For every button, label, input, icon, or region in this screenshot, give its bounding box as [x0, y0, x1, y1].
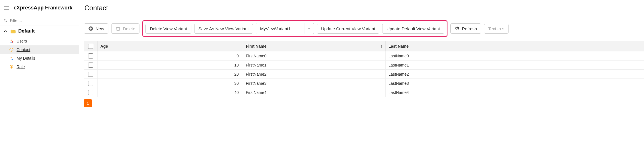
- role-icon: [9, 65, 14, 69]
- data-grid: Age First Name ↑ Last Name 0FirstName0La…: [84, 41, 644, 97]
- new-button-label: New: [96, 26, 104, 31]
- table-row[interactable]: 20FirstName2LastName2: [84, 70, 644, 79]
- app-brand: eXpressApp Framework: [14, 5, 72, 11]
- chevron-up-icon: [3, 29, 7, 33]
- pager: 1: [84, 99, 644, 107]
- main-area: New Delete Delete View Variant Save As N…: [79, 16, 644, 149]
- row-checkbox[interactable]: [84, 51, 98, 60]
- row-checkbox[interactable]: [84, 61, 98, 69]
- delete-button[interactable]: Delete: [111, 23, 139, 34]
- cell-last-name: LastName1: [386, 61, 644, 69]
- cell-first-name: FirstName3: [243, 79, 386, 88]
- sidebar-group-label: Default: [18, 28, 35, 34]
- svg-point-8: [10, 65, 13, 69]
- sidebar: Default Users ? Contact My Details Role: [0, 16, 79, 149]
- cell-first-name: FirstName2: [243, 70, 386, 78]
- column-header-last-name[interactable]: Last Name: [386, 41, 644, 51]
- save-as-new-view-variant-button[interactable]: Save As New View Variant: [194, 24, 253, 34]
- sidebar-group-default[interactable]: Default: [0, 25, 79, 37]
- sidebar-item-contact[interactable]: ? Contact: [0, 45, 79, 54]
- person-icon: [9, 56, 14, 61]
- text-search-input[interactable]: Text to s: [484, 24, 509, 34]
- trash-icon: [116, 26, 121, 31]
- contact-icon: ?: [9, 47, 14, 52]
- plus-circle-icon: [88, 26, 93, 31]
- sidebar-item-label: Contact: [17, 47, 30, 52]
- cell-age: 20: [98, 70, 243, 78]
- new-button[interactable]: New: [84, 23, 108, 34]
- column-header-first-name[interactable]: First Name ↑: [243, 41, 386, 51]
- person-icon: [9, 39, 14, 43]
- sidebar-item-users[interactable]: Users: [0, 37, 79, 45]
- delete-view-variant-button[interactable]: Delete View Variant: [145, 24, 191, 34]
- table-row[interactable]: 10FirstName1LastName1: [84, 61, 644, 70]
- search-icon: [3, 18, 8, 23]
- svg-point-2: [11, 40, 12, 41]
- row-checkbox[interactable]: [84, 79, 98, 88]
- cell-last-name: LastName4: [386, 88, 644, 97]
- refresh-button[interactable]: Refresh: [450, 23, 481, 34]
- cell-age: 10: [98, 61, 243, 69]
- folder-icon: [10, 29, 15, 33]
- delete-button-label: Delete: [123, 26, 135, 31]
- row-checkbox[interactable]: [84, 70, 98, 78]
- svg-text:?: ?: [11, 49, 12, 51]
- topbar: eXpressApp Framework Contact: [0, 0, 644, 16]
- view-variant-toolbar-highlight: Delete View Variant Save As New View Var…: [142, 20, 447, 37]
- cell-age: 30: [98, 79, 243, 88]
- toolbar: New Delete Delete View Variant Save As N…: [84, 20, 644, 37]
- svg-point-3: [12, 41, 13, 43]
- sidebar-item-role[interactable]: Role: [0, 63, 79, 71]
- table-row[interactable]: 30FirstName3LastName3: [84, 79, 644, 88]
- view-variant-selected: MyViewVariant1: [256, 23, 305, 34]
- chevron-down-icon[interactable]: [305, 23, 314, 34]
- svg-point-0: [4, 19, 6, 21]
- table-row[interactable]: 40FirstName4LastName4: [84, 88, 644, 97]
- update-default-view-variant-button[interactable]: Update Default View Variant: [382, 24, 444, 34]
- sidebar-item-label: My Details: [17, 56, 35, 61]
- sidebar-filter-input[interactable]: [10, 18, 76, 23]
- sidebar-item-my-details[interactable]: My Details: [0, 54, 79, 63]
- svg-point-7: [12, 59, 13, 60]
- cell-last-name: LastName2: [386, 70, 644, 78]
- menu-icon[interactable]: [0, 5, 10, 11]
- grid-header-row: Age First Name ↑ Last Name: [84, 41, 644, 51]
- view-variant-select[interactable]: MyViewVariant1: [256, 23, 314, 34]
- cell-last-name: LastName0: [386, 51, 644, 60]
- sidebar-filter[interactable]: [0, 16, 79, 25]
- cell-last-name: LastName3: [386, 79, 644, 88]
- refresh-button-label: Refresh: [462, 26, 477, 31]
- update-current-view-variant-button[interactable]: Update Current View Variant: [317, 24, 380, 34]
- sidebar-item-label: Users: [17, 39, 27, 43]
- page-1-button[interactable]: 1: [84, 99, 92, 107]
- column-header-age[interactable]: Age: [98, 41, 243, 51]
- page-title: Contact: [84, 4, 108, 12]
- cell-first-name: FirstName1: [243, 61, 386, 69]
- svg-point-9: [11, 66, 12, 67]
- row-checkbox[interactable]: [84, 88, 98, 97]
- refresh-icon: [455, 26, 460, 31]
- table-row[interactable]: 0FirstName0LastName0: [84, 51, 644, 61]
- cell-first-name: FirstName0: [243, 51, 386, 60]
- cell-age: 40: [98, 88, 243, 97]
- sort-asc-icon: ↑: [380, 44, 382, 49]
- cell-age: 0: [98, 51, 243, 60]
- svg-line-1: [6, 21, 7, 22]
- svg-point-6: [11, 57, 12, 58]
- cell-first-name: FirstName4: [243, 88, 386, 97]
- select-all-checkbox[interactable]: [84, 41, 98, 51]
- sidebar-item-label: Role: [17, 65, 25, 69]
